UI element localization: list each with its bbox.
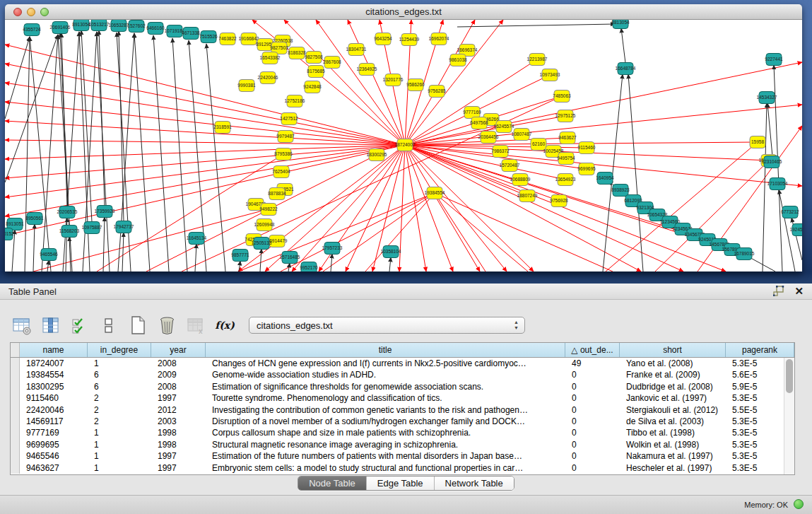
table-cell[interactable]: Franke et al. (2009) — [620, 369, 726, 380]
graph-edge[interactable] — [122, 233, 124, 271]
network-canvas-container[interactable]: 1872400719166842891295822260538982750381… — [5, 20, 802, 271]
table-cell[interactable]: 0 — [565, 404, 620, 416]
table-cell[interactable]: 0 — [565, 427, 620, 438]
graph-node[interactable]: 16962074 — [429, 33, 449, 45]
float-window-icon[interactable] — [773, 286, 785, 297]
graph-edge[interactable] — [763, 103, 767, 271]
graph-node[interactable]: 9242848 — [303, 81, 322, 93]
graph-node[interactable]: 9699695 — [577, 163, 596, 175]
graph-node[interactable]: 9979487 — [276, 131, 295, 143]
table-cell[interactable]: Nakamura et al. (1997) — [620, 450, 726, 462]
column-header-in_degree[interactable]: in_degree — [88, 343, 151, 357]
column-header-title[interactable]: title — [206, 343, 565, 357]
graph-node[interactable]: 9643254 — [374, 33, 392, 45]
graph-edge[interactable] — [33, 224, 35, 271]
graph-node[interactable]: 1527602 — [127, 21, 146, 33]
graph-node[interactable]: 9498222 — [259, 204, 278, 216]
graph-node[interactable]: 8938923 — [611, 185, 630, 197]
graph-node[interactable]: 6466160 — [146, 23, 165, 35]
graph-node[interactable]: 17103054 — [767, 178, 788, 190]
table-cell[interactable]: 0 — [565, 392, 620, 404]
column-header-pagerank[interactable]: pagerank — [726, 343, 794, 357]
graph-node[interactable]: 15716485 — [280, 252, 300, 264]
table-cell[interactable]: 1 — [88, 439, 151, 450]
table-cell[interactable]: 0 — [565, 439, 620, 450]
table-cell[interactable]: 2 — [88, 404, 151, 416]
graph-edge[interactable] — [134, 33, 150, 271]
table-cell[interactable]: 1 — [88, 450, 151, 462]
graph-edge[interactable] — [206, 44, 225, 271]
graph-edge[interactable] — [405, 145, 641, 271]
graph-node[interactable]: 13654923 — [555, 174, 576, 186]
graph-node[interactable]: 10688809 — [510, 174, 531, 186]
table-cell[interactable]: 1 — [88, 358, 151, 369]
graph-node[interactable]: 10975887 — [82, 222, 102, 234]
graph-edge[interactable] — [172, 38, 187, 271]
graph-node[interactable]: 11254439 — [399, 34, 420, 46]
graph-node[interactable]: 15720487 — [500, 160, 520, 172]
graph-node[interactable]: 17957233 — [322, 243, 343, 255]
graph-node[interactable]: 20691406 — [50, 22, 71, 34]
graph-node[interactable]: 9952170 — [300, 262, 318, 272]
table-cell[interactable]: 49 — [565, 358, 620, 369]
graph-edge[interactable] — [767, 103, 772, 156]
table-cell[interactable]: 0 — [565, 369, 620, 380]
table-row[interactable]: 1456911722003Disruption of a novel membe… — [11, 416, 794, 427]
graph-node[interactable]: 7463822 — [218, 33, 237, 45]
graph-edge[interactable] — [99, 30, 105, 206]
graph-node[interactable]: 18300295 — [367, 149, 387, 161]
graph-node[interactable]: 8813054 — [611, 20, 630, 29]
row-height-icon[interactable] — [98, 315, 119, 336]
graph-edge[interactable] — [435, 193, 613, 271]
graph-node[interactable]: 9495754 — [557, 153, 575, 165]
table-row[interactable]: 969969511998Structural magnetic resonanc… — [11, 439, 794, 450]
table-cell[interactable]: 1997 — [151, 392, 206, 404]
graph-node[interactable]: 8186328 — [288, 47, 306, 59]
table-cell[interactable]: 0 — [565, 462, 620, 474]
column-header-name[interactable]: name — [20, 343, 88, 357]
table-cell[interactable]: Estimation of significance thresholds fo… — [206, 381, 565, 392]
table-cell[interactable]: 2003 — [151, 416, 206, 427]
graph-edge[interactable] — [60, 33, 69, 226]
table-cell[interactable]: 14569117 — [20, 416, 88, 427]
table-cell[interactable]: Tibbo et al. (1998) — [620, 427, 726, 438]
graph-node[interactable]: 7485063 — [553, 90, 571, 103]
graph-edge[interactable] — [405, 145, 453, 271]
graph-edge[interactable] — [25, 37, 30, 271]
close-panel-icon[interactable]: ✕ — [794, 286, 804, 297]
graph-edge[interactable] — [323, 193, 435, 271]
graph-edge[interactable] — [47, 260, 49, 271]
graph-node[interactable]: 9115460 — [578, 142, 596, 154]
table-cell[interactable]: Disruption of a novel member of a sodium… — [206, 416, 565, 427]
table-row[interactable]: 2242004622012Investigating the contribut… — [11, 404, 794, 416]
graph-node[interactable]: 16648784 — [616, 63, 636, 75]
table-cell[interactable]: 0 — [565, 450, 620, 462]
table-cell[interactable]: Corpus callosum shape and size in male p… — [206, 427, 565, 438]
table-cell[interactable]: 2012 — [151, 404, 206, 416]
table-cell[interactable]: 6 — [88, 369, 151, 380]
graph-node[interactable]: 8950561 — [25, 213, 44, 225]
network-window-titlebar[interactable]: citations_edges.txt — [5, 4, 802, 20]
graph-node[interactable]: 17359928 — [95, 206, 115, 218]
table-cell[interactable]: 9777169 — [20, 427, 88, 438]
table-row[interactable]: 1872400712008Changes of HCN gene express… — [11, 358, 794, 369]
table-row[interactable]: 977716911998Corpus callosum shape and si… — [11, 427, 794, 438]
graph-edge[interactable] — [42, 35, 58, 271]
graph-node[interactable]: 9861038 — [449, 54, 467, 66]
column-header-short[interactable]: short — [620, 343, 726, 357]
table-cell[interactable]: Hescheler et al. (1997) — [620, 462, 726, 474]
graph-node[interactable]: 4355724 — [23, 24, 41, 36]
graph-node[interactable]: 20206535 — [57, 206, 78, 218]
graph-edge[interactable] — [331, 254, 332, 271]
table-cell[interactable]: 1998 — [151, 439, 206, 450]
table-row[interactable]: 946554611997Estimation of the future num… — [11, 450, 794, 462]
graph-node[interactable]: 1427512 — [280, 113, 298, 125]
graph-node[interactable]: 10807487 — [512, 129, 532, 141]
table-cell[interactable]: 1997 — [151, 450, 206, 462]
graph-node[interactable]: 9465546 — [40, 249, 58, 261]
network-window[interactable]: citations_edges.txt 18724007191668428912… — [5, 4, 802, 271]
graph-node[interactable]: 7986372 — [491, 146, 510, 158]
table-cell[interactable]: Jankovic et al. (1997) — [620, 392, 726, 404]
table-cell[interactable]: 2 — [88, 416, 151, 427]
table-cell[interactable]: 1 — [88, 462, 151, 474]
